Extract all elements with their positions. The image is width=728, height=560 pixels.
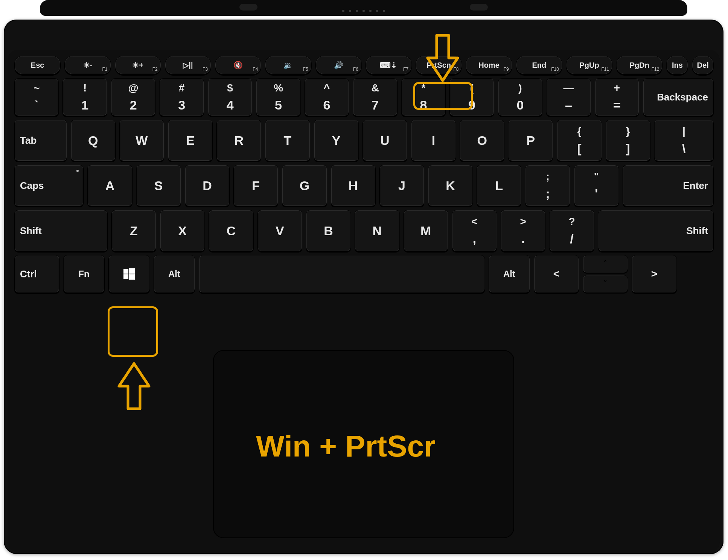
key-f[interactable]: F bbox=[233, 165, 278, 206]
key-7[interactable]: &7 bbox=[353, 78, 397, 116]
key-kbd-backlight[interactable]: ⌨⇣F7 bbox=[366, 56, 412, 75]
key-comma[interactable]: <, bbox=[452, 210, 497, 251]
key-pgup[interactable]: PgUpF11 bbox=[566, 56, 612, 75]
key-backslash[interactable]: |\ bbox=[654, 120, 714, 161]
key-h[interactable]: H bbox=[331, 165, 376, 206]
key-slash[interactable]: ?/ bbox=[549, 210, 594, 251]
key-z[interactable]: Z bbox=[111, 210, 156, 251]
key-m[interactable]: M bbox=[404, 210, 448, 251]
key-vol-down[interactable]: 🔉F5 bbox=[265, 56, 311, 75]
key-equals[interactable]: += bbox=[595, 78, 639, 116]
key-lbracket[interactable]: {[ bbox=[557, 120, 602, 161]
key-4[interactable]: $4 bbox=[208, 78, 252, 116]
row-number: ~`!1@2#3$4%5^6&7*8(9)0—–+=Backspace bbox=[14, 78, 714, 116]
key-home[interactable]: HomeF9 bbox=[466, 56, 512, 75]
key-o[interactable]: O bbox=[460, 120, 504, 161]
key-3[interactable]: #3 bbox=[159, 78, 204, 116]
arrow-down-icon bbox=[425, 33, 460, 83]
key-8[interactable]: *8 bbox=[401, 78, 446, 116]
row-shift: ShiftZXCVBNM<,>.?/Shift bbox=[14, 210, 714, 251]
key-lshift[interactable]: Shift bbox=[14, 210, 108, 251]
key-9[interactable]: (9 bbox=[449, 78, 494, 116]
key-l[interactable]: L bbox=[477, 165, 521, 206]
key-2[interactable]: @2 bbox=[111, 78, 155, 116]
key-windows[interactable] bbox=[108, 255, 150, 293]
key-esc[interactable]: Esc bbox=[14, 56, 61, 75]
arrow-up-icon bbox=[117, 361, 151, 411]
key-k[interactable]: K bbox=[428, 165, 473, 206]
key-rbracket[interactable]: }] bbox=[606, 120, 650, 161]
key-ctrl[interactable]: Ctrl bbox=[14, 255, 59, 293]
key-d[interactable]: D bbox=[185, 165, 230, 206]
row-control: CtrlFnAltAlt<˄˅> bbox=[14, 255, 714, 293]
key-brightness-up[interactable]: ☀+F2 bbox=[115, 56, 161, 75]
key-5[interactable]: %5 bbox=[256, 78, 300, 116]
row-function: Esc☀-F1☀+F2▷||F3🔇F4🔉F5🔊F6⌨⇣F7PrtScnF8Hom… bbox=[14, 56, 714, 75]
key-g[interactable]: G bbox=[282, 165, 327, 206]
key-s[interactable]: S bbox=[136, 165, 181, 206]
key-play-pause[interactable]: ▷||F3 bbox=[165, 56, 211, 75]
key-v[interactable]: V bbox=[257, 210, 302, 251]
svg-rect-1 bbox=[129, 268, 135, 274]
key-brightness-down[interactable]: ☀-F1 bbox=[64, 56, 111, 75]
hinge-tab-left bbox=[239, 4, 257, 11]
key-ins[interactable]: Ins bbox=[666, 56, 688, 75]
key-6[interactable]: ^6 bbox=[305, 78, 349, 116]
keyboard-deck: Esc☀-F1☀+F2▷||F3🔇F4🔉F5🔊F6⌨⇣F7PrtScnF8Hom… bbox=[14, 56, 714, 342]
key-minus[interactable]: —– bbox=[546, 78, 591, 116]
key-e[interactable]: E bbox=[168, 120, 213, 161]
svg-rect-2 bbox=[123, 274, 128, 279]
key-arrow-left[interactable]: < bbox=[534, 255, 579, 293]
key-arrow-right[interactable]: > bbox=[632, 255, 677, 293]
key-backtick[interactable]: ~` bbox=[14, 78, 59, 116]
key-fn[interactable]: Fn bbox=[63, 255, 105, 293]
key-arrow-down[interactable]: ˅ bbox=[583, 275, 628, 293]
key-vol-up[interactable]: 🔊F6 bbox=[315, 56, 362, 75]
key-del[interactable]: Del bbox=[692, 56, 714, 75]
keyboard-diagram: Esc☀-F1☀+F2▷||F3🔇F4🔉F5🔊F6⌨⇣F7PrtScnF8Hom… bbox=[0, 0, 728, 560]
windows-icon bbox=[123, 268, 135, 280]
key-space[interactable] bbox=[199, 255, 485, 293]
key-r[interactable]: R bbox=[216, 120, 261, 161]
key-rshift[interactable]: Shift bbox=[598, 210, 714, 251]
key-mute[interactable]: 🔇F4 bbox=[215, 56, 261, 75]
key-u[interactable]: U bbox=[362, 120, 407, 161]
hinge-tab-right bbox=[470, 4, 488, 11]
key-t[interactable]: T bbox=[265, 120, 310, 161]
pogo-pins bbox=[342, 10, 385, 12]
key-x[interactable]: X bbox=[160, 210, 205, 251]
key-y[interactable]: Y bbox=[314, 120, 359, 161]
key-a[interactable]: A bbox=[87, 165, 132, 206]
key-end[interactable]: EndF10 bbox=[516, 56, 562, 75]
key-tab[interactable]: Tab bbox=[14, 120, 67, 161]
row-qwerty: TabQWERTYUIOP{[}]|\ bbox=[14, 120, 714, 161]
key-semicolon[interactable]: ;; bbox=[525, 165, 570, 206]
key-j[interactable]: J bbox=[379, 165, 424, 206]
key-w[interactable]: W bbox=[119, 120, 164, 161]
key-alt-right[interactable]: Alt bbox=[489, 255, 530, 293]
svg-rect-3 bbox=[129, 274, 135, 280]
key-i[interactable]: I bbox=[411, 120, 456, 161]
key-caps[interactable]: Caps bbox=[14, 165, 84, 206]
row-home: CapsASDFGHJKL;;"'Enter bbox=[14, 165, 714, 206]
key-p[interactable]: P bbox=[508, 120, 553, 161]
key-period[interactable]: >. bbox=[501, 210, 545, 251]
key-c[interactable]: C bbox=[209, 210, 253, 251]
key-0[interactable]: )0 bbox=[498, 78, 542, 116]
key-q[interactable]: Q bbox=[71, 120, 116, 161]
hinge bbox=[40, 0, 687, 16]
key-backspace[interactable]: Backspace bbox=[643, 78, 714, 116]
key-arrow-updown: ˄˅ bbox=[583, 255, 628, 293]
key-pgdn[interactable]: PgDnF12 bbox=[616, 56, 663, 75]
key-alt[interactable]: Alt bbox=[154, 255, 195, 293]
svg-rect-0 bbox=[123, 269, 128, 274]
key-quote[interactable]: "' bbox=[574, 165, 619, 206]
key-1[interactable]: !1 bbox=[62, 78, 107, 116]
key-n[interactable]: N bbox=[355, 210, 399, 251]
key-enter[interactable]: Enter bbox=[623, 165, 714, 206]
caption-text: Win + PrtScr bbox=[256, 429, 436, 464]
key-arrow-up[interactable]: ˄ bbox=[583, 255, 628, 273]
key-b[interactable]: B bbox=[306, 210, 351, 251]
